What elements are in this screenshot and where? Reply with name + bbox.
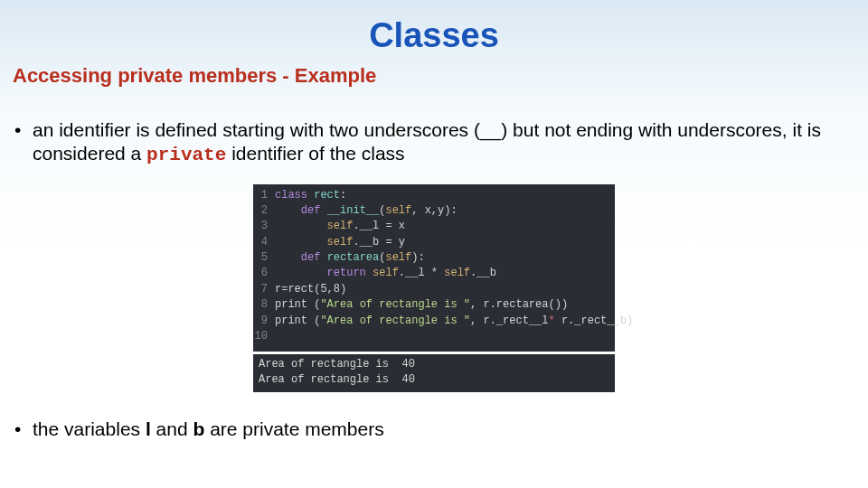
code-text: self.__b = y [275,235,615,250]
code-line: 6 return self.__l * self.__b [253,266,615,281]
code-text: return self.__l * self.__b [275,266,615,281]
code-line: 4 self.__b = y [253,235,615,250]
code-text: print ("Area of rectangle is ", r._rect_… [275,314,633,329]
code-text [275,329,615,344]
code-line: 2 def __init__(self, x,y): [253,203,615,219]
code-text: class rect: [275,188,615,203]
code-text: r=rect(5,8) [275,282,615,297]
line-number: 3 [253,219,275,234]
bullet1-code: private [146,145,226,165]
bullet2-t2: and [151,418,193,439]
code-line: 5 def rectarea(self): [253,250,615,266]
code-line: 3 self.__l = x [253,219,615,234]
line-number: 6 [253,266,275,281]
line-number: 1 [253,188,275,203]
line-number: 4 [253,235,275,250]
bullet1-post: identifier of the class [226,143,404,164]
bullet-item-2: the variables l and b are private member… [13,418,855,441]
line-number: 8 [253,297,275,313]
output-block: Area of rectangle is 40 Area of rectangl… [253,354,615,392]
line-number: 9 [253,314,275,329]
bullet-list-2: the variables l and b are private member… [13,418,855,441]
code-line: 7r=rect(5,8) [253,282,615,297]
bullet2-v2: b [193,418,204,439]
bullet2-t3: are private members [204,418,383,439]
code-text: print ("Area of rectangle is ", r.rectar… [275,297,615,313]
line-number: 5 [253,250,275,266]
code-line: 9print ("Area of rectangle is ", r._rect… [253,314,615,329]
source-code-block: 1class rect:2 def __init__(self, x,y):3 … [253,184,615,352]
bullet2-t1: the variables [33,418,146,439]
line-number: 10 [253,329,275,344]
code-text: def __init__(self, x,y): [275,203,615,219]
line-number: 7 [253,282,275,297]
line-number: 2 [253,203,275,219]
slide-subtitle: Accessing private members - Example [13,64,855,88]
code-line: 1class rect: [253,188,615,203]
code-text: def rectarea(self): [275,250,615,266]
bullet-item-1: an identifier is defined starting with t… [13,118,855,168]
code-line: 8print ("Area of rectangle is ", r.recta… [253,297,615,313]
code-text: self.__l = x [275,219,615,234]
slide-title: Classes [13,16,855,55]
bullet-list: an identifier is defined starting with t… [13,118,855,168]
code-example: 1class rect:2 def __init__(self, x,y):3 … [253,184,615,393]
code-line: 10 [253,329,615,344]
